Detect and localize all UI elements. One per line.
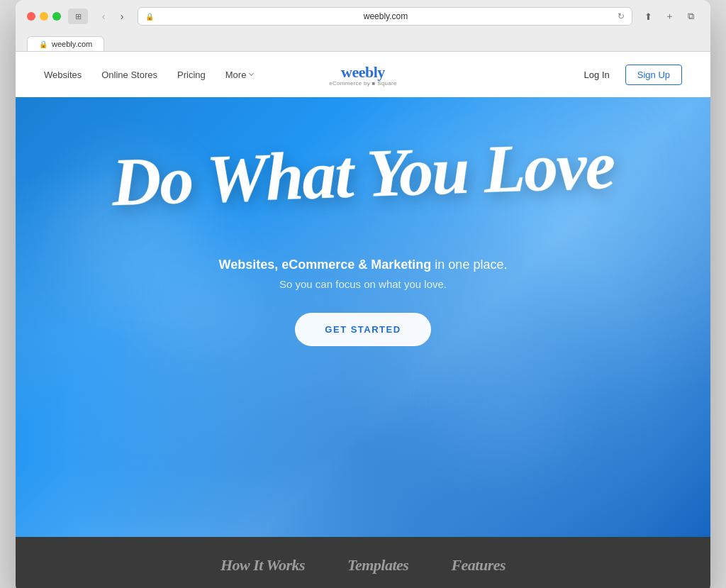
browser-window: ⊞ ‹ › 🔒 weebly.com ↻ ⬆ ＋ ⧉ 🔒 bbox=[16, 0, 710, 588]
url-text: weebly.com bbox=[158, 11, 613, 21]
browser-tabs: 🔒 weebly.com bbox=[27, 31, 699, 51]
address-bar[interactable]: 🔒 weebly.com ↻ bbox=[138, 7, 632, 26]
strip-item-2: Templates bbox=[347, 556, 408, 575]
maximize-button[interactable] bbox=[52, 12, 61, 21]
signup-button[interactable]: Sign Up bbox=[625, 65, 682, 85]
nav-pricing[interactable]: Pricing bbox=[177, 70, 206, 80]
nav-more-label: More bbox=[225, 70, 247, 80]
nav-more-dropdown[interactable]: More bbox=[225, 70, 254, 80]
back-button[interactable]: ‹ bbox=[95, 9, 112, 24]
traffic-lights bbox=[27, 12, 61, 21]
hero-headline: Do What You Love bbox=[16, 128, 710, 220]
hero-sub-bold: Websites, eCommerce & Marketing bbox=[219, 257, 432, 272]
login-button[interactable]: Log In bbox=[577, 65, 617, 84]
minimize-button[interactable] bbox=[40, 12, 48, 21]
chevron-down-icon bbox=[249, 70, 254, 75]
nav-websites[interactable]: Websites bbox=[44, 70, 82, 80]
sidebar-toggle-button[interactable]: ⊞ bbox=[68, 9, 88, 24]
refresh-icon[interactable]: ↻ bbox=[618, 11, 625, 21]
strip-item-1: How It Works bbox=[220, 556, 305, 575]
get-started-button[interactable]: GET STARTED bbox=[295, 313, 430, 346]
close-button[interactable] bbox=[27, 12, 35, 21]
strip-item-3: Features bbox=[451, 556, 506, 575]
lock-icon: 🔒 bbox=[145, 13, 154, 21]
footer-strip: How It Works Templates Features bbox=[16, 537, 710, 588]
logo-subtitle: eCommerce by ■ Square bbox=[329, 80, 397, 87]
website-content: Websites Online Stores Pricing More weeb… bbox=[16, 52, 710, 588]
tab-favicon: 🔒 bbox=[39, 40, 48, 48]
nav-online-stores[interactable]: Online Stores bbox=[101, 70, 157, 80]
hero-content: Do What You Love Websites, eCommerce & M… bbox=[16, 97, 710, 346]
browser-actions: ⬆ ＋ ⧉ bbox=[640, 9, 699, 24]
site-logo[interactable]: weebly eCommerce by ■ Square bbox=[329, 63, 397, 87]
browser-nav: ‹ › bbox=[95, 9, 130, 24]
hero-sub-rest: in one place. bbox=[431, 257, 507, 272]
hero-subtext: Websites, eCommerce & Marketing in one p… bbox=[219, 257, 508, 290]
site-navigation: Websites Online Stores Pricing More weeb… bbox=[16, 52, 710, 97]
share-button[interactable]: ⬆ bbox=[640, 9, 657, 24]
hero-section: Do What You Love Websites, eCommerce & M… bbox=[16, 97, 710, 537]
bokeh-4 bbox=[441, 338, 569, 466]
hero-sub-secondary: So you can focus on what you love. bbox=[219, 278, 508, 290]
nav-right: Log In Sign Up bbox=[577, 65, 682, 85]
new-tab-button[interactable]: ＋ bbox=[661, 9, 678, 24]
forward-button[interactable]: › bbox=[113, 9, 130, 24]
logo-text: weebly bbox=[329, 63, 397, 82]
windows-button[interactable]: ⧉ bbox=[682, 9, 699, 24]
hero-headline-wrap: Do What You Love bbox=[16, 140, 710, 236]
browser-chrome: ⊞ ‹ › 🔒 weebly.com ↻ ⬆ ＋ ⧉ 🔒 bbox=[16, 0, 710, 52]
tab-label: weebly.com bbox=[52, 40, 92, 48]
active-tab[interactable]: 🔒 weebly.com bbox=[27, 36, 104, 51]
hero-sub-main: Websites, eCommerce & Marketing in one p… bbox=[219, 257, 508, 272]
nav-left: Websites Online Stores Pricing More bbox=[44, 70, 253, 80]
